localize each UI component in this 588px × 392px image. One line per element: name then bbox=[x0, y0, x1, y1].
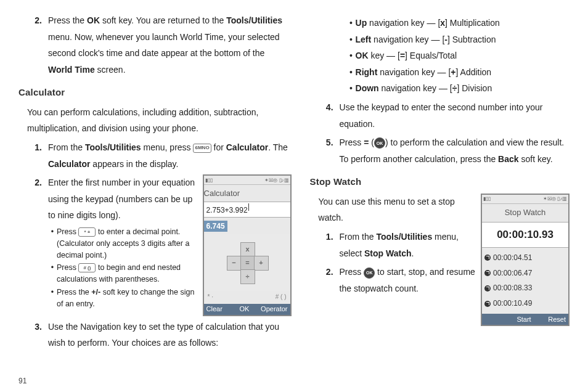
step-body: From the Tools/Utilities menu, select St… bbox=[340, 229, 476, 261]
bullet-icon: • bbox=[347, 31, 356, 48]
step-number: 1. bbox=[310, 229, 340, 261]
calc-title: Calculator bbox=[204, 187, 240, 199]
hint-star-icon: * · bbox=[208, 291, 213, 303]
step-body: From the Tools/Utilities menu, press 6MN… bbox=[48, 139, 292, 172]
sw-title: Stop Watch bbox=[482, 204, 568, 222]
lap-icon bbox=[484, 301, 491, 307]
nav-bullet-right: •Right navigation key — [+] Addition bbox=[347, 64, 570, 81]
step-number: 2. bbox=[18, 12, 48, 78]
calc-result: 6.745 bbox=[204, 221, 227, 232]
sw-main-time: 00:00:10.93 bbox=[482, 222, 568, 248]
softkey-ok: OK bbox=[232, 303, 257, 316]
ok-key-icon: OK bbox=[374, 137, 385, 149]
bullet-icon: • bbox=[347, 64, 356, 81]
dpad-down-icon: ÷ bbox=[240, 269, 255, 284]
signal-icon: ▮▯▯ bbox=[205, 176, 213, 185]
softkey-bar: Clear OK Operator bbox=[204, 304, 290, 315]
lap-icon bbox=[484, 270, 491, 276]
lap-icon bbox=[484, 255, 491, 261]
step-body: Use the keypad to enter the second numbe… bbox=[340, 99, 570, 132]
status-bar: ▮▯▯ ✶☒◎ ▯♪▥ bbox=[482, 195, 568, 204]
dpad-up-icon: x bbox=[240, 242, 255, 257]
bullet-icon: • bbox=[347, 47, 356, 64]
calc-step2-bullet-2: • Press # () to begin and end nested cal… bbox=[48, 262, 198, 285]
step-body: Press OK to start, stop, and resume the … bbox=[340, 264, 476, 296]
step-number: 4. bbox=[310, 99, 340, 132]
status-icons: ✶☒◎ ▯♪▥ bbox=[264, 176, 288, 185]
step-body: Use the Navigation key to set the type o… bbox=[48, 319, 292, 351]
page-number: 91 bbox=[18, 374, 27, 388]
stopwatch-heading: Stop Watch bbox=[310, 173, 570, 191]
right-column: •Up navigation key — [x] Multiplication … bbox=[310, 12, 570, 386]
hint-hash-icon: # ( ) bbox=[276, 291, 287, 303]
nav-bullet-ok: •OK key — [=] Equals/Total bbox=[347, 47, 570, 64]
dpad-area: x − = + ÷ bbox=[204, 234, 290, 291]
step-body: Press = (OK) to perform the calculation … bbox=[340, 134, 570, 167]
softkey-clear: Clear bbox=[204, 303, 232, 316]
signal-icon: ▮▯▯ bbox=[483, 194, 491, 203]
status-bar: ▮▯▯ ✶☒◎ ▯♪▥ bbox=[204, 176, 290, 185]
softkey-bar: Start Reset bbox=[482, 314, 568, 325]
sw-step-2: 2. Press OK to start, stop, and resume t… bbox=[310, 264, 476, 296]
calc-expression: 2.753+3.992 bbox=[204, 202, 290, 218]
calc-step-5: 5. Press = (OK) to perform the calculati… bbox=[310, 134, 570, 167]
manual-page: 2. Press the OK soft key. You are return… bbox=[0, 0, 588, 392]
step-number: 5. bbox=[310, 134, 340, 167]
calc-step-2: 2. ▮▯▯ ✶☒◎ ▯♪▥ Calculator 2.753+3.992 6.… bbox=[18, 174, 292, 316]
lap-row: 00:00:10.49 bbox=[484, 296, 566, 311]
calculator-heading: Calculator bbox=[18, 84, 292, 102]
key-hash-icon: # () bbox=[78, 263, 96, 272]
nav-bullet-left: •Left navigation key — [-] Subtraction bbox=[347, 31, 570, 48]
softkey-start: Start bbox=[510, 313, 537, 326]
calculator-screenshot: ▮▯▯ ✶☒◎ ▯♪▥ Calculator 2.753+3.992 6.745… bbox=[203, 174, 292, 316]
dpad-right-icon: + bbox=[254, 256, 269, 271]
step-number: 2. bbox=[310, 264, 340, 296]
calc-step2-bullet-1: • Press * + to enter a decimal point. (C… bbox=[48, 226, 198, 261]
calc-step-4: 4. Use the keypad to enter the second nu… bbox=[310, 99, 570, 132]
bullet-icon: • bbox=[48, 262, 57, 285]
dpad-center-icon: = bbox=[240, 256, 255, 271]
lap-row: 00:00:08.33 bbox=[484, 280, 566, 296]
nav-bullet-up: •Up navigation key — [x] Multiplication bbox=[347, 15, 570, 31]
lap-row: 00:00:06.47 bbox=[484, 266, 566, 281]
left-column: 2. Press the OK soft key. You are return… bbox=[18, 12, 292, 386]
key-6mno-icon: 6MNO bbox=[193, 144, 211, 153]
calc-step-3: 3. Use the Navigation key to set the typ… bbox=[18, 319, 292, 351]
step-number: 2. bbox=[18, 174, 48, 316]
dpad-left-icon: − bbox=[227, 256, 242, 271]
step-number: 3. bbox=[18, 319, 48, 351]
calc-step-1: 1. From the Tools/Utilities menu, press … bbox=[18, 139, 292, 172]
bullet-icon: • bbox=[48, 226, 57, 261]
bullet-icon: • bbox=[347, 15, 356, 31]
calc-step2-text: Enter the first number in your equation … bbox=[48, 178, 195, 220]
lap-icon bbox=[484, 285, 491, 292]
step-number: 1. bbox=[18, 139, 48, 172]
key-star-icon: * + bbox=[78, 227, 96, 237]
softkey-operator: Operator bbox=[257, 303, 290, 316]
sw-laps: 00:00:04.51 00:00:06.47 00:00:08.33 00:0… bbox=[482, 248, 568, 314]
ok-key-icon: OK bbox=[364, 267, 375, 279]
softkey-reset: Reset bbox=[538, 313, 568, 326]
left-top-step-2: 2. Press the OK soft key. You are return… bbox=[18, 12, 292, 78]
text-cursor-icon bbox=[248, 203, 249, 211]
nav-bullet-down: •Down navigation key — [÷] Division bbox=[347, 80, 570, 97]
step-body: ▮▯▯ ✶☒◎ ▯♪▥ Calculator 2.753+3.992 6.745… bbox=[48, 174, 292, 316]
bullet-icon: • bbox=[48, 287, 57, 310]
calculator-intro: You can perform calculations, including … bbox=[18, 104, 292, 137]
bullet-icon: • bbox=[347, 80, 356, 97]
lap-row: 00:00:04.51 bbox=[484, 250, 566, 266]
calc-hint-row: * · # ( ) bbox=[204, 291, 290, 304]
status-icons: ✶☒◎ ▯♪▥ bbox=[543, 194, 567, 203]
sw-step-1: 1. From the Tools/Utilities menu, select… bbox=[310, 229, 476, 261]
stopwatch-screenshot: ▮▯▯ ✶☒◎ ▯♪▥ Stop Watch 00:00:10.93 00:00… bbox=[481, 194, 570, 326]
dpad: x − = + ÷ bbox=[227, 242, 267, 283]
calc-step2-bullet-3: • Press the +/- soft key to change the s… bbox=[48, 287, 198, 310]
step-body: Press the OK soft key. You are returned … bbox=[48, 12, 292, 78]
